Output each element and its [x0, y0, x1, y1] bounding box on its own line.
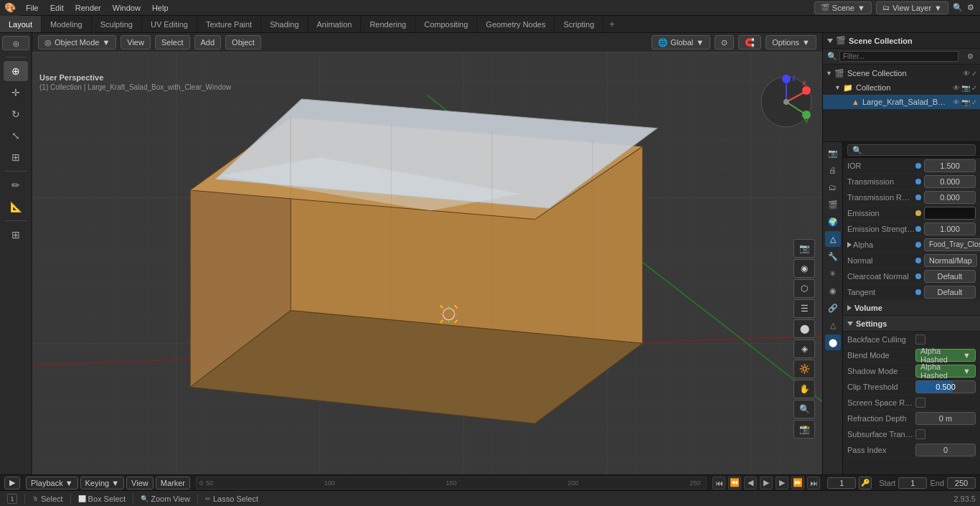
start-frame-input[interactable]: 1 — [898, 477, 927, 489]
collection-eye-icon[interactable]: 👁 — [953, 84, 960, 92]
playback-btn[interactable]: Playback ▼ — [26, 477, 78, 489]
tab-shading[interactable]: Shading — [261, 16, 308, 32]
transmission-dot[interactable] — [915, 179, 921, 184]
add-workspace-button[interactable]: + — [603, 19, 621, 29]
emission-color-field[interactable] — [924, 207, 976, 220]
end-frame-input[interactable]: 250 — [947, 477, 976, 489]
transmission-r-dot[interactable] — [915, 195, 921, 200]
tab-compositing[interactable]: Compositing — [415, 16, 477, 32]
object-eye-icon[interactable]: 👁 — [953, 98, 960, 106]
transmission-field[interactable]: 0.000 — [924, 175, 976, 188]
menu-edit[interactable]: Edit — [44, 0, 70, 15]
lasso-select-status[interactable]: ✏ Lasso Select — [202, 492, 261, 505]
view-btn[interactable]: View — [121, 35, 151, 50]
tool-rotate[interactable]: ↻ — [4, 104, 28, 124]
screen-space-refraction-checkbox[interactable] — [915, 398, 925, 408]
emission-strength-field[interactable]: 1.000 — [924, 222, 976, 235]
collection-camera-icon[interactable]: 📷 — [961, 84, 970, 92]
viewport-shading-material-btn[interactable]: ◈ — [793, 339, 815, 358]
keying-btn[interactable]: Keying ▼ — [80, 477, 125, 489]
viewport-shading-solid-btn[interactable]: ⬤ — [793, 319, 815, 338]
viewport-overlay-btn[interactable]: ⬡ — [793, 279, 815, 298]
props-material-icon[interactable]: ⬤ — [825, 334, 841, 350]
tab-texture-paint[interactable]: Texture Paint — [197, 16, 261, 32]
backface-culling-checkbox[interactable] — [915, 334, 925, 345]
alpha-field[interactable]: Food_Tray_Close_L… — [924, 238, 980, 251]
menu-window[interactable]: Window — [107, 0, 146, 15]
props-object-icon[interactable]: △ — [825, 231, 841, 247]
props-modifier-icon[interactable]: 🔧 — [825, 248, 841, 264]
menu-file[interactable]: File — [20, 0, 44, 15]
search-bar[interactable]: 🔍 — [953, 3, 963, 12]
scene-selector[interactable]: 🎬 Scene ▼ — [814, 1, 872, 14]
viewport-display-btn[interactable]: 📷 — [793, 239, 815, 258]
scene-collection-eye-icon[interactable]: 👁 — [963, 70, 970, 78]
viewport-render-btn[interactable]: ◉ — [793, 259, 815, 278]
props-physics-icon[interactable]: ◉ — [825, 283, 841, 299]
props-render-icon[interactable]: 📷 — [825, 145, 841, 161]
viewport-shading-rendered-btn[interactable]: 🔆 — [793, 360, 815, 378]
tool-measure[interactable]: 📐 — [4, 197, 28, 217]
view-layer-selector[interactable]: 🗂 View Layer ▼ — [876, 1, 948, 14]
props-constraints-icon[interactable]: 🔗 — [825, 300, 841, 316]
timeline-track[interactable]: 0 50 100 150 200 250 — [196, 477, 707, 489]
volume-section-header[interactable]: Volume — [843, 300, 980, 316]
snap-btn[interactable]: 🧲 — [738, 35, 761, 50]
pass-index-field[interactable]: 0 — [915, 444, 976, 456]
props-particles-icon[interactable]: ✳ — [825, 266, 841, 281]
scene-collection-exclude-icon[interactable]: ✓ — [971, 70, 977, 78]
subsurface-translucency-checkbox[interactable] — [915, 429, 925, 439]
clip-threshold-slider[interactable]: 0.500 — [915, 380, 976, 393]
props-data-icon[interactable]: △ — [825, 317, 841, 333]
settings-section-header[interactable]: Settings — [843, 316, 980, 332]
next-keyframe-btn[interactable]: ⏩ — [791, 477, 804, 489]
hand-tool-btn[interactable]: ✋ — [793, 380, 815, 398]
shadow-mode-dropdown[interactable]: Alpha Hashed ▼ — [915, 365, 976, 378]
tab-rendering[interactable]: Rendering — [361, 16, 415, 32]
go-to-start-btn[interactable]: ⏮ — [712, 477, 725, 489]
tool-scale[interactable]: ⤡ — [4, 126, 28, 146]
transmission-r-field[interactable]: 0.000 — [924, 191, 976, 204]
prev-keyframe-btn[interactable]: ⏪ — [728, 477, 741, 489]
keyframe-insert-btn[interactable]: 🔑 — [859, 477, 872, 489]
object-camera-icon[interactable]: 📷 — [961, 98, 970, 106]
props-output-icon[interactable]: 🖨 — [825, 162, 841, 178]
zoom-tool-btn[interactable]: 🔍 — [793, 400, 815, 418]
menu-render[interactable]: Render — [70, 0, 107, 15]
transform-global-btn[interactable]: 🌐 Global ▼ — [651, 35, 711, 50]
blend-mode-dropdown[interactable]: Alpha Hashed ▼ — [915, 349, 976, 362]
tangent-dot[interactable] — [915, 289, 921, 295]
view-timeline-btn[interactable]: View — [126, 477, 154, 489]
viewport[interactable]: ◎ Object Mode ▼ View Select Add Object 🌐… — [32, 33, 822, 474]
select-btn[interactable]: Select — [155, 35, 190, 50]
outliner-options-btn[interactable]: ⚙ — [964, 51, 976, 62]
next-frame-btn[interactable]: ▶ — [776, 477, 788, 489]
filter-icon-btn[interactable]: ⚙ — [967, 3, 974, 12]
tab-uv-editing[interactable]: UV Editing — [142, 16, 197, 32]
tool-transform[interactable]: ⊞ — [4, 147, 28, 167]
select-mode-indicator[interactable]: 1 — [4, 492, 20, 505]
ior-dot[interactable] — [915, 163, 921, 169]
normal-dot[interactable] — [915, 258, 921, 263]
normal-field[interactable]: Normal/Map — [924, 254, 977, 267]
outliner-item-object[interactable]: ▲ Large_Kraft_Salad_Box_… 👁 📷 ✓ — [823, 95, 980, 109]
timeline-mode-btn[interactable]: ▶ — [4, 477, 20, 489]
emission-strength-dot[interactable] — [915, 226, 921, 232]
tool-annotate[interactable]: ✏ — [4, 175, 28, 195]
collection-check-icon[interactable]: ✓ — [971, 84, 977, 92]
outliner-search-input[interactable] — [839, 51, 958, 62]
current-frame-input[interactable]: 1 — [827, 477, 856, 489]
viewport-xray-btn[interactable]: ☰ — [793, 299, 815, 318]
prev-frame-btn[interactable]: ◀ — [744, 477, 757, 489]
outliner-item-collection[interactable]: ▼ 📁 Collection 👁 📷 ✓ — [823, 80, 980, 95]
clearcoat-normal-dot[interactable] — [915, 273, 921, 279]
object-mode-btn[interactable]: ◎ Object Mode ▼ — [38, 35, 116, 50]
object-check-icon[interactable]: ✓ — [971, 98, 977, 106]
go-to-end-btn[interactable]: ⏭ — [807, 477, 820, 489]
box-select-status[interactable]: ⬜ Box Select — [75, 492, 129, 505]
tangent-field[interactable]: Default — [924, 286, 976, 299]
tool-move[interactable]: ✛ — [4, 83, 28, 103]
alpha-dot[interactable] — [915, 242, 921, 248]
props-view-layer-icon[interactable]: 🗂 — [825, 179, 841, 195]
props-world-icon[interactable]: 🌍 — [825, 214, 841, 230]
